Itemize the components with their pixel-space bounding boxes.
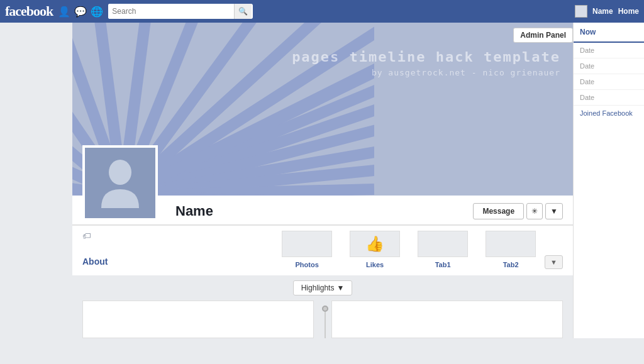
- tabs-row: 🏷 About Photos 👍 Likes Tab1 Tab2: [72, 225, 573, 275]
- highlights-bar: Highlights ▼: [72, 275, 573, 301]
- tag-icon: 🏷: [82, 231, 91, 241]
- nav-right-section: Name Home: [575, 5, 639, 18]
- sidebar-date-2[interactable]: Date: [574, 58, 644, 74]
- highlights-button[interactable]: Highlights ▼: [293, 280, 353, 295]
- main-layout: pages timeline hack template by ausgetro…: [0, 23, 644, 338]
- message-button[interactable]: Message: [473, 203, 524, 219]
- tab2-thumbnail: [486, 231, 536, 257]
- about-label[interactable]: About: [82, 256, 108, 267]
- likes-thumbnail: 👍: [350, 231, 400, 257]
- svg-point-24: [109, 160, 131, 185]
- timeline-dot: [322, 306, 328, 312]
- sidebar-joined-facebook[interactable]: Joined Facebook: [574, 106, 644, 121]
- nav-home-link[interactable]: Home: [618, 7, 639, 16]
- tab-about[interactable]: 🏷 About: [82, 226, 273, 275]
- center-content: pages timeline hack template by ausgetro…: [72, 23, 573, 338]
- thumbs-up-icon: 👍: [365, 235, 384, 253]
- gear-button[interactable]: ✳: [526, 203, 543, 219]
- timeline-line: [325, 312, 326, 338]
- profile-section: Name Message ✳ ▼: [72, 196, 573, 225]
- tab-photos[interactable]: Photos: [273, 226, 341, 275]
- nav-icon-group: 👤 💬 🌐: [58, 6, 103, 18]
- tab-tab1[interactable]: Tab1: [409, 226, 477, 275]
- friends-icon[interactable]: 👤: [58, 6, 70, 18]
- tab2-label[interactable]: Tab2: [503, 261, 519, 268]
- profile-name-area: Name Message ✳ ▼: [175, 196, 563, 224]
- timeline-area: [72, 301, 573, 338]
- sidebar-date-1[interactable]: Date: [574, 43, 644, 58]
- photos-thumbnail: [282, 231, 332, 257]
- top-navigation: facebook 👤 💬 🌐 🔍 Name Home: [0, 0, 644, 23]
- highlights-label: Highlights: [301, 284, 335, 292]
- right-sidebar: Now Date Date Date Date Joined Facebook: [573, 23, 644, 338]
- tabs-dropdown: ▼: [545, 226, 563, 275]
- left-sidebar: [0, 23, 72, 338]
- sidebar-date-3[interactable]: Date: [574, 74, 644, 90]
- likes-label[interactable]: Likes: [366, 261, 384, 268]
- profile-picture[interactable]: [82, 145, 158, 221]
- action-dropdown-button[interactable]: ▼: [545, 203, 563, 219]
- search-input[interactable]: [108, 4, 234, 19]
- photos-label[interactable]: Photos: [295, 261, 318, 268]
- action-buttons: Message ✳ ▼: [473, 203, 563, 219]
- sidebar-now[interactable]: Now: [574, 23, 644, 43]
- sidebar-date-4[interactable]: Date: [574, 90, 644, 106]
- globe-icon[interactable]: 🌐: [91, 6, 103, 18]
- tab1-thumbnail: [418, 231, 468, 257]
- highlights-dropdown-icon: ▼: [336, 284, 344, 292]
- search-bar: 🔍: [108, 4, 253, 19]
- profile-silhouette-icon: [95, 155, 145, 211]
- nav-user-name[interactable]: Name: [592, 7, 613, 16]
- cover-watermark: pages timeline hack template by ausgetro…: [292, 48, 560, 79]
- messages-icon[interactable]: 💬: [74, 6, 87, 18]
- profile-name: Name: [175, 203, 213, 219]
- tab1-label[interactable]: Tab1: [435, 261, 451, 268]
- tab-tab2[interactable]: Tab2: [477, 226, 545, 275]
- admin-panel-button[interactable]: Admin Panel: [513, 28, 573, 43]
- timeline-left-column: [82, 301, 314, 338]
- timeline-center-indicator: [319, 301, 331, 338]
- facebook-logo: facebook: [5, 3, 53, 19]
- tab-likes[interactable]: 👍 Likes: [341, 226, 409, 275]
- search-button[interactable]: 🔍: [234, 4, 252, 19]
- timeline-right-column: [331, 301, 563, 338]
- nav-profile-pic[interactable]: [575, 5, 587, 18]
- tabs-dropdown-button[interactable]: ▼: [545, 255, 563, 269]
